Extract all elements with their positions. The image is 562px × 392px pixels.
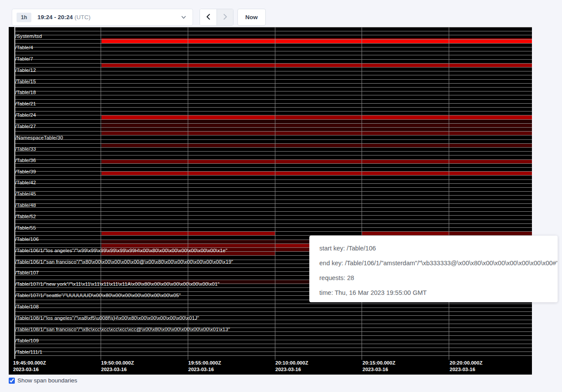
activity-band bbox=[102, 240, 188, 243]
span-boundary-line bbox=[14, 220, 532, 220]
x-axis-label: 19:50:00.000Z2023-03-16 bbox=[101, 360, 134, 373]
span-boundary-line bbox=[14, 71, 532, 71]
span-boundary-line bbox=[14, 91, 532, 91]
range-text: 19:24 - 20:24 bbox=[37, 14, 73, 20]
activity-band bbox=[362, 231, 449, 235]
span-boundary-line bbox=[14, 31, 532, 31]
span-boundary-line bbox=[14, 187, 532, 188]
activity-band bbox=[102, 243, 188, 247]
x-axis-label: 20:20:00.000Z2023-03-16 bbox=[450, 360, 482, 373]
row-label: /Table/48 bbox=[15, 203, 36, 208]
range-duration-chip: 1h bbox=[17, 13, 31, 22]
x-axis-time: 19:50:00.000Z bbox=[101, 360, 134, 366]
span-boundary-line bbox=[14, 155, 532, 155]
tooltip-requests: requests: 28 bbox=[319, 270, 558, 285]
time-gridline bbox=[449, 27, 449, 360]
row-label: /Table/24 bbox=[15, 112, 36, 118]
row-label: /Table/108/1/"san francisco"/"\x8c\xcc\x… bbox=[15, 327, 230, 332]
x-axis-date: 2023-03-16 bbox=[362, 366, 395, 373]
row-label: /Table/106/1/"los angeles"/"\x99\x99\x99… bbox=[15, 248, 227, 253]
span-boundary-line bbox=[14, 183, 532, 184]
next-range-button[interactable] bbox=[217, 9, 233, 25]
span-boundary-line bbox=[14, 351, 532, 352]
tooltip-end-key: end key: /Table/106/1/"amsterdam"/"\xb33… bbox=[319, 256, 558, 270]
now-button[interactable]: Now bbox=[237, 9, 266, 26]
time-range-select[interactable]: 1h 19:24 - 20:24 (UTC) bbox=[12, 9, 193, 26]
span-boundary-line bbox=[14, 151, 532, 152]
span-boundary-line bbox=[14, 215, 532, 216]
x-axis-label: 19:55:00.000Z2023-03-16 bbox=[188, 360, 221, 373]
x-axis-time: 20:10:00.000Z bbox=[275, 360, 308, 366]
x-axis-date: 2023-03-16 bbox=[275, 366, 308, 373]
span-boundary-line bbox=[14, 207, 532, 208]
span-boundary-line bbox=[14, 147, 532, 148]
show-span-boundaries[interactable]: Show span boundaries bbox=[9, 377, 77, 384]
span-boundary-line bbox=[14, 324, 532, 324]
span-boundary-line bbox=[14, 103, 532, 104]
prev-range-button[interactable] bbox=[200, 9, 217, 25]
span-boundary-line bbox=[14, 139, 532, 140]
row-label: /Table/109 bbox=[15, 338, 39, 343]
chevron-left-icon bbox=[205, 14, 212, 21]
row-label: /Table/55 bbox=[15, 225, 36, 230]
span-boundary-line bbox=[14, 304, 532, 304]
span-boundary-line bbox=[14, 143, 532, 144]
span-boundary-line bbox=[14, 83, 532, 84]
span-boundary-line bbox=[14, 311, 532, 312]
span-boundary-line bbox=[14, 308, 532, 308]
time-gridline bbox=[275, 27, 275, 360]
show-span-boundaries-checkbox[interactable] bbox=[9, 378, 15, 384]
span-boundary-line bbox=[14, 75, 532, 75]
span-boundary-line bbox=[14, 63, 532, 64]
activity-band bbox=[362, 159, 449, 163]
activity-band bbox=[449, 159, 532, 163]
row-label: /Table/45 bbox=[15, 191, 36, 196]
x-axis-date: 2023-03-16 bbox=[188, 366, 221, 373]
row-label: /Table/111/1 bbox=[15, 349, 42, 355]
row-label: /Table/107/1/"new york"/"\x11\x11\x11\x1… bbox=[15, 281, 220, 287]
span-boundary-line bbox=[14, 107, 532, 108]
activity-band bbox=[449, 231, 532, 235]
span-boundary-line bbox=[14, 35, 532, 35]
activity-band bbox=[102, 171, 532, 175]
span-boundary-line bbox=[14, 348, 532, 348]
span-boundary-line bbox=[14, 199, 532, 200]
x-axis-label: 19:45:00.000Z2023-03-16 bbox=[13, 360, 46, 373]
activity-band bbox=[188, 159, 275, 163]
span-boundary-line bbox=[14, 344, 532, 344]
time-gridline bbox=[101, 27, 101, 360]
span-boundary-line bbox=[14, 127, 532, 128]
row-label: /Table/27 bbox=[15, 124, 36, 129]
time-gridline bbox=[188, 27, 188, 360]
row-label: /Table/106 bbox=[15, 237, 39, 242]
key-visualizer-canvas[interactable]: /System/tsd/Table/4/Table/7/Table/12/Tab… bbox=[9, 27, 532, 375]
span-boundary-line bbox=[14, 163, 532, 164]
span-boundary-line bbox=[14, 167, 532, 168]
span-boundary-line bbox=[14, 99, 532, 100]
row-label: /Table/21 bbox=[15, 101, 36, 106]
row-label: /Table/36 bbox=[15, 158, 36, 163]
x-axis-date: 2023-03-16 bbox=[13, 366, 46, 373]
span-boundary-line bbox=[14, 95, 532, 95]
row-label: /Table/7 bbox=[15, 56, 33, 61]
time-toolbar: 1h 19:24 - 20:24 (UTC) Now bbox=[0, 0, 562, 27]
activity-band bbox=[188, 115, 275, 119]
tooltip-time: time: Thu, 16 Mar 2023 19:55:00 GMT bbox=[319, 285, 558, 300]
span-boundary-line bbox=[14, 47, 532, 47]
row-label: /Table/15 bbox=[15, 79, 36, 84]
activity-band bbox=[102, 143, 532, 147]
span-boundary-line bbox=[14, 335, 532, 336]
range-utc-suffix: (UTC) bbox=[74, 14, 91, 20]
span-boundary-line bbox=[14, 123, 532, 124]
row-label: /Table/39 bbox=[15, 169, 36, 174]
span-boundary-line bbox=[14, 115, 532, 115]
row-label: /Table/4 bbox=[15, 45, 33, 50]
span-boundary-line bbox=[14, 39, 532, 40]
x-axis-time: 19:55:00.000Z bbox=[188, 360, 221, 366]
span-boundary-line bbox=[14, 27, 532, 27]
span-boundary-line bbox=[14, 195, 532, 196]
span-boundary-line bbox=[14, 223, 532, 224]
span-boundary-line bbox=[14, 43, 532, 44]
time-gridline bbox=[362, 27, 362, 360]
x-axis-date: 2023-03-16 bbox=[450, 366, 482, 373]
